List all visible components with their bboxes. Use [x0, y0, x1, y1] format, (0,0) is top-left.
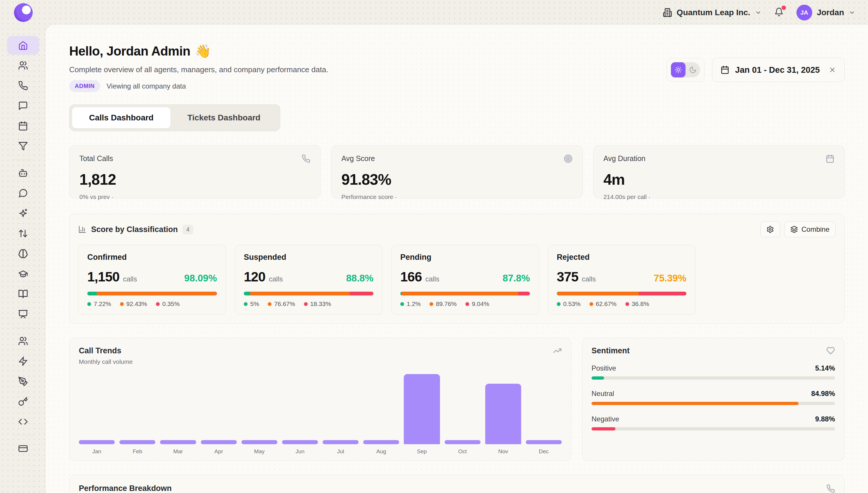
legend: 0.53% 62.67% 36.8%	[557, 300, 686, 307]
bar-segment	[97, 292, 216, 296]
calls-count: 1,150	[87, 269, 119, 285]
page-header: Hello, Jordan Admin 👋 Complete overview …	[69, 44, 328, 92]
sidebar-item-pen-tool[interactable]	[7, 372, 39, 391]
app-logo[interactable]	[14, 3, 33, 22]
sentiment-row-neutral: Neutral 84.98%	[592, 389, 835, 405]
bar-Aug[interactable]	[363, 440, 399, 444]
segmented-progress-bar	[244, 292, 373, 296]
stat-title: Total Calls	[79, 154, 113, 163]
date-range-picker[interactable]: Jan 01 - Dec 31, 2025	[712, 58, 845, 82]
legend-dot	[430, 302, 433, 306]
calendar-icon	[826, 154, 835, 163]
sidebar-item-code[interactable]	[7, 412, 39, 431]
sidebar-item-key[interactable]	[7, 392, 39, 411]
score-percent: 75.39%	[654, 273, 686, 284]
calls-label: calls	[582, 275, 596, 283]
bar-Jun[interactable]	[282, 440, 318, 444]
sidebar-item-credit-card[interactable]	[7, 439, 39, 458]
x-tick-label: Apr	[201, 448, 237, 455]
sidebar-item-graduation-cap[interactable]	[7, 264, 39, 283]
sidebar-item-bot[interactable]	[7, 164, 39, 183]
chevron-down-icon	[849, 9, 855, 16]
call-trends-card: Call Trends Monthly call volume JanFebMa…	[69, 338, 571, 461]
sidebar-item-phone[interactable]	[7, 76, 39, 95]
classification-cards: Confirmed 1,150 calls 98.09% 7.22% 92.43…	[78, 245, 836, 315]
bar-Dec[interactable]	[526, 440, 562, 444]
notification-badge	[782, 5, 786, 10]
bar-Oct[interactable]	[445, 440, 481, 444]
tab-tickets-dashboard[interactable]: Tickets Dashboard	[170, 107, 277, 128]
gear-icon	[767, 226, 774, 233]
sentiment-label: Negative	[592, 415, 619, 423]
score-percent: 88.8%	[346, 273, 373, 284]
sentiment-title: Sentiment	[592, 346, 835, 355]
bar-Apr[interactable]	[201, 440, 237, 444]
sidebar-item-calendar[interactable]	[7, 116, 39, 135]
stat-title: Avg Score	[341, 154, 375, 163]
notifications-button[interactable]	[774, 7, 784, 18]
sidebar-item-brain[interactable]	[7, 244, 39, 263]
sidebar-item-message-circle[interactable]	[7, 184, 39, 202]
sidebar-item-book-open[interactable]	[7, 285, 39, 303]
settings-button[interactable]	[760, 221, 780, 237]
stat-value: 1,812	[79, 171, 310, 188]
sidebar-item-users[interactable]	[7, 332, 39, 350]
clear-date-icon[interactable]	[828, 66, 836, 73]
classification-card-suspended[interactable]: Suspended 120 calls 88.8% 5% 76.67% 18.3…	[235, 245, 383, 315]
sidebar-item-funnel[interactable]	[7, 137, 39, 155]
company-selector[interactable]: Quantum Leap Inc.	[663, 8, 761, 17]
dark-mode-button[interactable]	[686, 62, 700, 78]
segmented-progress-bar	[87, 292, 217, 296]
tab-calls-dashboard[interactable]: Calls Dashboard	[72, 107, 170, 128]
bar-May[interactable]	[242, 440, 277, 444]
bar-segment	[402, 292, 518, 296]
book-open-icon	[18, 289, 28, 299]
topbar-right: Quantum Leap Inc. JA Jordan	[663, 5, 868, 20]
bar-Nov[interactable]	[485, 384, 521, 444]
x-tick-label: Nov	[485, 448, 521, 455]
calls-count: 120	[244, 269, 266, 285]
sidebar-item-sparkles[interactable]	[7, 204, 39, 223]
bar-Jul[interactable]	[323, 440, 359, 444]
sun-icon	[675, 66, 682, 73]
legend-dot	[590, 302, 593, 306]
sentiment-row-positive: Positive 5.14%	[592, 364, 835, 380]
light-mode-button[interactable]	[671, 62, 686, 78]
legend-value: 76.67%	[274, 300, 295, 307]
legend: 1.2% 89.76% 9.04%	[400, 300, 530, 307]
moon-icon	[689, 66, 696, 73]
classification-card-confirmed[interactable]: Confirmed 1,150 calls 98.09% 7.22% 92.43…	[78, 245, 226, 315]
classification-card-pending[interactable]: Pending 166 calls 87.8% 1.2% 89.76% 9.04…	[391, 245, 539, 315]
legend-dot	[244, 302, 248, 306]
theme-toggle	[666, 58, 705, 82]
bar-Jan[interactable]	[79, 440, 115, 444]
bar-Mar[interactable]	[160, 440, 196, 444]
bar-Sep[interactable]	[404, 374, 440, 444]
stat-card-avg-score: Avg Score 91.83% Performance score ·	[331, 145, 583, 198]
sidebar-item-zap[interactable]	[7, 352, 39, 370]
performance-breakdown-section: Performance Breakdown Total Calls Active…	[69, 475, 845, 493]
sidebar-item-presentation[interactable]	[7, 305, 39, 323]
score-percent: 87.8%	[502, 273, 530, 284]
user-menu[interactable]: JA Jordan	[797, 5, 855, 20]
sentiment-value: 9.88%	[815, 415, 835, 423]
chart-title: Call Trends	[79, 346, 562, 355]
classification-title: Pending	[400, 253, 530, 262]
bar-segment	[216, 292, 217, 296]
bar-Feb[interactable]	[119, 440, 155, 444]
phone-icon	[18, 81, 28, 91]
credit-card-icon	[18, 444, 28, 453]
sidebar-item-home[interactable]	[7, 36, 39, 55]
sidebar-item-message-square[interactable]	[7, 97, 39, 115]
legend-dot	[120, 302, 124, 306]
dashboard-tabs: Calls Dashboard Tickets Dashboard	[69, 104, 280, 131]
sentiment-label: Neutral	[592, 389, 614, 398]
sidebar-item-arrow-up-down[interactable]	[7, 224, 39, 243]
legend-dot	[465, 302, 469, 306]
sidebar-item-users[interactable]	[7, 56, 39, 75]
classification-card-rejected[interactable]: Rejected 375 calls 75.39% 0.53% 62.67% 3…	[548, 245, 695, 315]
combine-button[interactable]: Combine	[784, 221, 836, 237]
message-square-icon	[18, 101, 28, 111]
legend-value: 36.8%	[632, 300, 649, 307]
legend-value: 1.2%	[407, 300, 421, 307]
